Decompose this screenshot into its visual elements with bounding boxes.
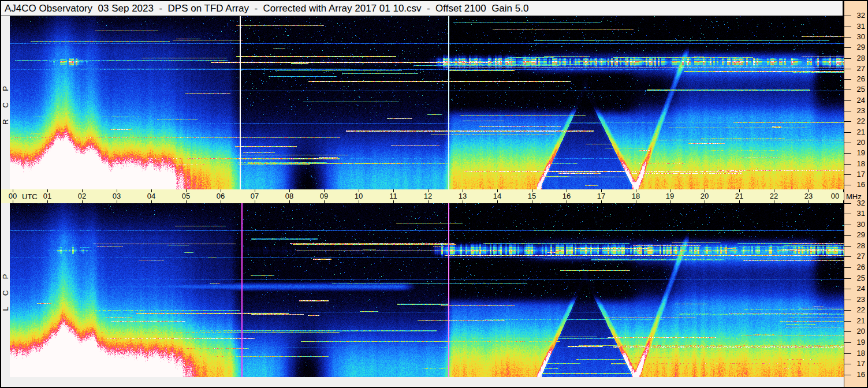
hour-tick-label: 15	[524, 192, 539, 200]
freq-tick-label: 28	[851, 241, 865, 250]
freq-tick-mark	[844, 37, 851, 38]
freq-tick-mark	[844, 225, 851, 225]
freq-tick-mark	[844, 289, 851, 289]
mhz-label: MHz	[846, 192, 862, 201]
lcp-label-margin: L C P	[1, 203, 10, 377]
freq-tick-mark	[844, 256, 851, 257]
utc-label: UTC	[22, 192, 38, 201]
freq-tick-mark	[844, 153, 851, 154]
hour-tick-label: 02	[74, 192, 90, 200]
hour-tick-mark	[843, 189, 844, 192]
hour-tick-label: 09	[316, 192, 331, 200]
freq-tick-label: 20	[851, 327, 865, 335]
hour-tick-label: 20	[697, 192, 712, 200]
lcp-spectrogram	[10, 203, 844, 377]
freq-tick-label: 27	[851, 64, 865, 73]
freq-tick-label: 25	[851, 274, 865, 282]
freq-tick-label: 16	[851, 180, 865, 189]
freq-tick-label: 23	[851, 106, 865, 115]
bottom-margin	[1, 377, 844, 387]
freq-tick-mark	[844, 79, 851, 80]
time-axis: UTC 000102030405060708091011121314151617…	[1, 189, 844, 203]
freq-tick-label: 30	[851, 220, 865, 229]
rcp-label-margin: R C P	[1, 16, 10, 189]
app-window: AJ4CO Observatory 03 Sep 2023 - DPS on T…	[0, 0, 868, 388]
hour-tick-label: 12	[420, 192, 435, 200]
freq-tick-mark	[844, 331, 851, 332]
freq-tick-mark	[844, 164, 851, 165]
hour-tick-label: 11	[386, 192, 401, 200]
freq-tick-mark	[844, 174, 851, 175]
hour-tick-label: 22	[766, 192, 781, 200]
freq-tick-label: 18	[851, 349, 865, 357]
hour-tick-label: 23	[801, 192, 816, 200]
freq-tick-label: 30	[851, 32, 865, 41]
freq-tick-label: 22	[851, 117, 865, 125]
freq-tick-label: 20	[851, 138, 865, 147]
freq-tick-mark	[844, 278, 851, 279]
rcp-polarization-label: R C P	[1, 81, 10, 125]
freq-tick-mark	[844, 235, 851, 236]
freq-tick-mark	[844, 246, 851, 247]
freq-tick-mark	[844, 203, 851, 204]
hour-tick-label: 01	[40, 192, 55, 200]
hour-tick-label: 07	[247, 192, 262, 200]
freq-tick-label: 31	[851, 209, 865, 218]
freq-tick-label: 21	[851, 128, 865, 136]
freq-tick-label: 27	[851, 252, 865, 260]
freq-tick-label: 29	[851, 43, 865, 51]
freq-tick-mark	[844, 132, 851, 133]
freq-tick-label: 24	[851, 284, 865, 293]
freq-tick-mark	[844, 214, 851, 214]
freq-tick-mark	[844, 342, 851, 343]
hour-tick-label: 14	[490, 192, 505, 200]
title-bar: AJ4CO Observatory 03 Sep 2023 - DPS on T…	[1, 1, 843, 16]
freq-tick-label: 17	[851, 359, 865, 368]
freq-tick-mark	[844, 58, 851, 59]
freq-tick-mark	[844, 47, 851, 48]
freq-tick-mark	[844, 69, 851, 69]
hour-tick-label: 10	[351, 192, 366, 200]
freq-tick-mark	[844, 267, 851, 268]
freq-tick-mark	[844, 375, 851, 375]
freq-tick-label: 28	[851, 54, 865, 62]
freq-tick-label: 23	[851, 295, 865, 304]
freq-tick-label: 26	[851, 263, 865, 271]
freq-tick-mark	[844, 364, 851, 364]
freq-tick-mark	[844, 89, 851, 90]
freq-tick-mark	[844, 185, 851, 185]
hour-tick-label: 05	[178, 192, 193, 200]
freq-tick-mark	[844, 121, 851, 122]
freq-tick-mark	[844, 300, 851, 300]
freq-tick-label: 19	[851, 148, 865, 157]
window-title: AJ4CO Observatory 03 Sep 2023 - DPS on T…	[1, 1, 843, 16]
freq-tick-label: 31	[851, 22, 865, 31]
hour-tick-label: 17	[594, 192, 609, 200]
hour-tick-label: 08	[282, 192, 297, 200]
freq-tick-label: 22	[851, 305, 865, 314]
freq-tick-mark	[844, 111, 851, 111]
hour-tick-label: 06	[213, 192, 228, 200]
freq-tick-mark	[844, 310, 851, 311]
freq-tick-mark	[844, 143, 851, 143]
hour-tick-label: 21	[732, 192, 747, 200]
freq-tick-mark	[844, 353, 851, 354]
freq-tick-label: 25	[851, 85, 865, 94]
freq-tick-label: 26	[851, 74, 865, 83]
hour-tick-label: 00	[5, 192, 20, 200]
hour-tick-label: 00	[828, 192, 843, 200]
hour-tick-label: 04	[144, 192, 159, 200]
hour-tick-label: 03	[109, 192, 124, 200]
freq-tick-mark	[844, 321, 851, 322]
rcp-spectrogram	[10, 16, 844, 189]
hour-tick-label: 16	[559, 192, 574, 200]
freq-tick-label: 32	[851, 11, 865, 20]
freq-tick-label: 21	[851, 316, 865, 325]
freq-tick-label: 19	[851, 338, 865, 346]
freq-tick-mark	[844, 27, 851, 27]
freq-tick-label: 29	[851, 230, 865, 239]
hour-tick-label: 13	[455, 192, 470, 200]
freq-tick-mark	[844, 16, 851, 16]
hour-tick-label: 18	[628, 192, 643, 200]
hour-tick-label: 19	[662, 192, 677, 200]
